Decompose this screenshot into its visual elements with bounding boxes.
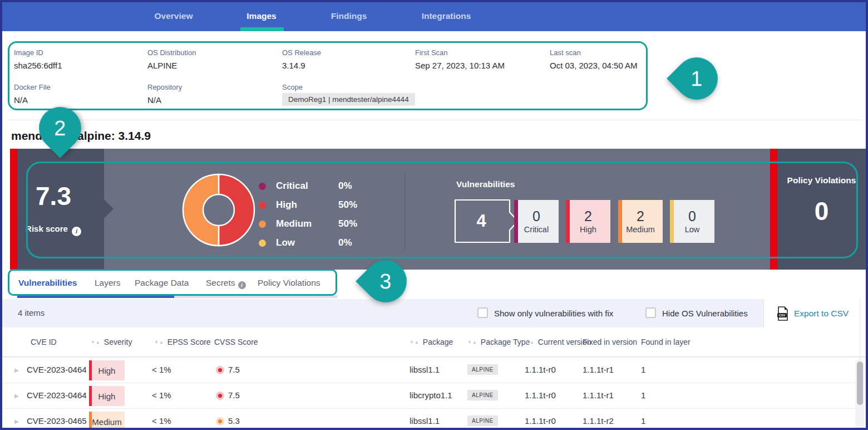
column-header-label: Found in layer [641,338,691,346]
detail-tab-layers[interactable]: Layers [95,278,121,288]
meta-label: Repository [147,83,182,91]
package-type-chip: ALPINE [467,390,498,400]
legend-item-critical: Critical0% [259,177,357,196]
detail-tab-package-data[interactable]: Package Data [135,278,189,288]
meta-value: Oct 03, 2023, 04:50 AM [550,61,638,70]
column-header-label: CVE ID [31,338,57,346]
detail-tab-policy-violations[interactable]: Policy Violations [258,278,320,288]
sort-icon[interactable]: ▼▲ [525,340,535,345]
current-version: 1.1.1t-r0 [525,416,556,426]
nav-tab-findings[interactable]: Findings [331,11,367,21]
package-name: libssl1.1 [410,416,440,426]
cve-id[interactable]: CVE-2023-0464 [27,390,87,400]
legend-dot [259,202,266,209]
table-row[interactable]: ▶CVE-2023-0464High< 1%7.5libssl1.1ALPINE… [2,357,866,383]
meta-value: N/A [147,95,182,105]
info-icon[interactable]: i [238,281,246,289]
detail-tab-secrets[interactable]: Secretsi [206,278,246,289]
show-only-with-fix-label: Show only vulnerabilities with fix [494,309,613,318]
epss-score: < 1% [152,416,171,426]
legend-dot [259,221,266,228]
policy-red-stripe [770,149,777,270]
column-header-label: CVSS Score [214,338,258,346]
column-header-label: Package Type [481,338,530,346]
legend-item-low: Low0% [259,233,357,252]
column-header-current-version[interactable]: ▼▲Current version [525,338,591,346]
risk-score-label: Risk scorei [10,224,97,236]
legend-percentage: 50% [338,218,357,229]
meta-label: Image ID [14,48,62,57]
meta-label: Docker File [14,83,51,91]
callout-number: 3 [364,260,407,302]
column-header-cve-id[interactable]: CVE ID [31,338,57,346]
severity-card-label: Critical [524,225,549,234]
column-header-severity[interactable]: ▼▲Severity [91,338,132,346]
csv-file-icon: CSV [777,306,789,321]
meta-value: N/A [14,95,51,105]
severity-card-medium: 2Medium [618,200,663,243]
severity-card-stripe [514,200,518,243]
table-row[interactable]: ▶CVE-2023-0465Medium< 1%5.3libssl1.1ALPI… [2,408,866,430]
column-header-fixed-in-version[interactable]: Fixed in version [583,338,637,346]
callout-balloon-2: 2 [30,98,90,158]
meta-field-os-release: OS Release3.14.9 [282,48,321,70]
epss-score: < 1% [152,390,171,400]
detail-tab-vulnerabilities[interactable]: Vulnerabilities [18,278,77,288]
export-to-csv-button[interactable]: CSV Export to CSV [777,306,849,321]
callout-balloon-3: 3 [356,251,415,311]
column-header-cvss-score[interactable]: CVSS Score [214,338,258,346]
sort-icon[interactable]: ▼▲ [410,340,420,345]
severity-card-stripe [670,200,674,243]
vulnerabilities-heading: Vulnerabilities [456,179,515,189]
epss-score: < 1% [152,365,171,374]
meta-label: First Scan [415,48,505,57]
sort-icon[interactable]: ▼▲ [91,340,101,345]
severity-badge-label: High [98,366,116,375]
legend-label: Low [276,237,328,248]
table-row[interactable]: ▶CVE-2023-0464High< 1%7.5libcrypto1.1ALP… [2,383,866,408]
vulnerability-total-value: 4 [453,198,509,244]
nav-tab-images[interactable]: Images [246,11,276,21]
severity-badge-label: High [98,392,116,401]
severity-badge: Medium [89,412,125,430]
meta-label: OS Distribution [147,48,196,57]
hide-os-vulnerabilities-label: Hide OS Vulnerabilities [662,309,748,318]
cve-id[interactable]: CVE-2023-0465 [27,416,87,426]
row-expand-icon[interactable]: ▶ [14,393,19,399]
sort-icon[interactable]: ▼▲ [467,340,477,345]
fixed-in-version: 1.1.1t-r1 [583,365,614,374]
show-only-with-fix-checkbox[interactable] [477,307,488,318]
cvss-score: 5.3 [228,416,240,426]
export-to-csv-label: Export to CSV [794,309,849,319]
info-icon[interactable]: i [72,227,81,236]
tab-scroll-thumb[interactable] [17,295,174,298]
column-header-found-in-layer[interactable]: Found in layer [641,338,691,346]
meta-value: sha256:6dff1 [14,61,62,70]
donut-hole [203,194,234,226]
band-divider [405,174,405,250]
meta-field-first-scan: First ScanSep 27, 2023, 10:13 AM [415,48,505,70]
nav-tab-integrations[interactable]: Integrations [422,11,471,21]
cvss-score-icon [216,366,224,374]
top-nav: OverviewImagesFindingsIntegrations [2,2,866,31]
column-header-package-type[interactable]: ▼▲Package Type [467,338,530,346]
column-header-package[interactable]: ▼▲Package [410,338,453,346]
current-version: 1.1.1t-r0 [525,365,556,374]
severity-card-count: 0 [532,209,540,224]
sort-icon[interactable]: ▼▲ [154,340,164,345]
severity-card-label: Medium [626,225,655,234]
nav-tab-overview[interactable]: Overview [155,11,193,21]
legend-label: Medium [276,218,328,229]
row-expand-icon[interactable]: ▶ [14,367,19,373]
cve-id[interactable]: CVE-2023-0464 [27,365,87,374]
vertical-scrollbar-thumb[interactable] [857,361,863,405]
severity-donut-chart [181,173,256,247]
meta-label: Last scan [550,48,638,57]
column-header-epss-score[interactable]: ▼▲EPSS Score [154,338,211,346]
row-expand-icon[interactable]: ▶ [14,418,19,424]
policy-violations-value: 0 [777,196,866,226]
hide-os-vulnerabilities-checkbox[interactable] [645,307,656,318]
callout-balloon-1: 1 [667,48,726,108]
severity-card-low: 0Low [670,200,714,243]
severity-card-count: 0 [688,209,696,224]
